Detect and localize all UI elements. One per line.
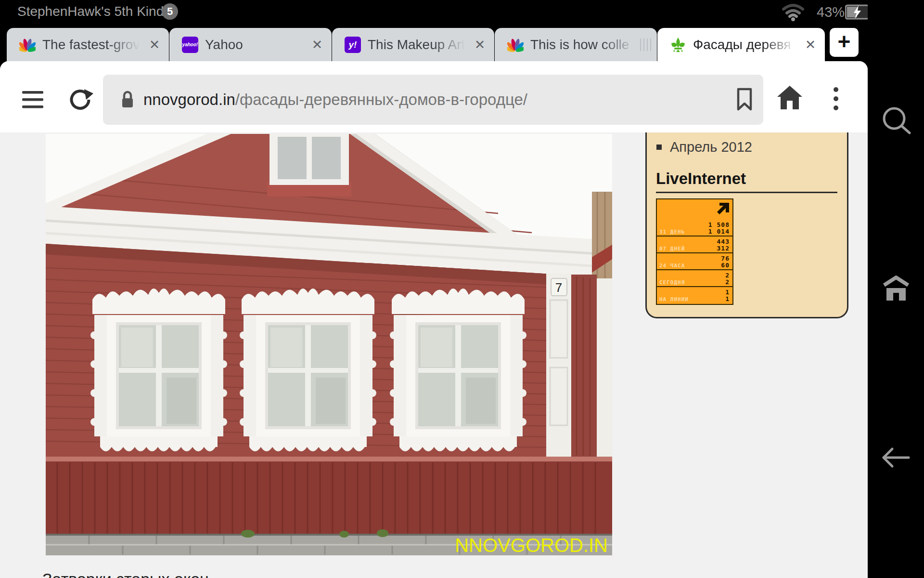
counter-label: 31 ДЕНЬ: [659, 229, 685, 235]
tab-fasady-derevyannyh-active[interactable]: Фасады деревя ✕: [657, 28, 825, 61]
close-tab-icon[interactable]: ✕: [469, 37, 490, 53]
counter-value: 1 508: [708, 221, 730, 228]
counter-value: 1 014: [708, 228, 730, 235]
arrow-up-right-icon: [716, 202, 730, 216]
tab-title: Yahoo: [205, 37, 307, 53]
liveinternet-counter-widget[interactable]: 1 508 31 ДЕНЬ 1 014 443 07 ДНЕЙ 312: [656, 198, 733, 305]
counter-value: 2: [725, 278, 730, 286]
tab-title: This Makeup Arti: [368, 37, 469, 53]
tab-divider-lines: [640, 39, 651, 51]
close-tab-icon[interactable]: ✕: [800, 37, 821, 53]
liveinternet-heading: LiveInternet: [656, 170, 847, 188]
close-tab-icon[interactable]: ✕: [307, 37, 328, 53]
page-heading-partial: Затворки старых окон: [42, 570, 209, 578]
close-tab-icon[interactable]: ✕: [144, 37, 165, 53]
notification-badge: 5: [162, 3, 178, 20]
counter-block-month: 1 508 31 ДЕНЬ 1 014: [657, 199, 732, 236]
archive-link[interactable]: Апрель 2012: [670, 139, 752, 155]
device-name: StephenHawk's 5th Kindle: [17, 4, 174, 19]
yahoo-news-favicon: y!: [345, 37, 361, 53]
search-button[interactable]: [868, 105, 924, 138]
tab-strip: The fastest-grov ✕ yahoo! Yahoo ✕ y! Thi…: [0, 23, 924, 61]
page-content: 7: [0, 132, 868, 578]
menu-hamburger-icon[interactable]: [21, 88, 44, 111]
nbc-peacock-icon: [19, 37, 36, 53]
side-rail: [868, 0, 924, 578]
wifi-icon: [782, 2, 805, 22]
counter-value: 1: [725, 295, 730, 302]
counter-value: 76: [721, 255, 730, 262]
counter-row-week: 443 07 ДНЕЙ 312: [657, 236, 732, 252]
browser-window: nnovgorod.in/фасады-деревянных-домов-в-г…: [0, 61, 868, 578]
home-icon: [882, 275, 910, 302]
tab-this-is-how[interactable]: This is how colle: [495, 28, 657, 61]
heading-rule: [656, 192, 837, 193]
yahoo-favicon: yahoo!: [182, 37, 198, 53]
tab-title: The fastest-grov: [42, 37, 144, 53]
url-bar[interactable]: nnovgorod.in/фасады-деревянных-домов-в-г…: [103, 75, 763, 125]
photo-watermark: NNOVGOROD.IN: [455, 535, 608, 555]
url-path: /фасады-деревянных-домов-в-городце/: [235, 91, 527, 108]
tab-the-fastest-growing[interactable]: The fastest-grov ✕: [7, 28, 169, 61]
counter-value: 60: [721, 262, 730, 269]
site-sidebar-panel: Апрель 2012 LiveInternet 1 508 31 ДЕНЬ 1…: [645, 132, 848, 318]
browser-toolbar: nnovgorod.in/фасады-деревянных-домов-в-г…: [0, 61, 868, 132]
tablet-screen: StephenHawk's 5th Kindle 5 43% 18:15: [0, 0, 924, 578]
home-icon[interactable]: [776, 84, 804, 111]
bullet-icon: [656, 144, 662, 150]
counter-value: 1: [725, 289, 730, 296]
new-tab-button[interactable]: +: [830, 28, 859, 57]
house-photo[interactable]: 7: [46, 134, 612, 555]
nbc-peacock-icon: [507, 37, 524, 53]
tab-this-makeup-artist[interactable]: y! This Makeup Arti ✕: [332, 28, 494, 61]
url-text: nnovgorod.in/фасады-деревянных-домов-в-г…: [143, 75, 527, 125]
search-icon: [881, 105, 911, 138]
counter-value: 312: [717, 245, 730, 252]
counter-value: 2: [725, 272, 730, 279]
url-domain: nnovgorod.in: [143, 91, 235, 108]
counter-label: 07 ДНЕЙ: [659, 246, 685, 252]
rail-home-button[interactable]: [868, 275, 924, 302]
overflow-menu-icon[interactable]: [829, 86, 843, 111]
lock-icon: [120, 90, 135, 109]
counter-row-online: 1 НА ЛИНИИ 1: [657, 286, 732, 303]
tab-title: Фасады деревя: [693, 37, 800, 53]
tab-title: This is how colle: [530, 37, 640, 53]
back-arrow-icon: [881, 444, 911, 471]
counter-row-day: 76 24 ЧАСА 60: [657, 252, 732, 269]
status-bar: StephenHawk's 5th Kindle 5 43% 18:15: [0, 0, 924, 23]
counter-label: СЕГОДНЯ: [659, 279, 685, 286]
bookmark-icon[interactable]: [734, 87, 755, 112]
counter-row-today: 2 СЕГОДНЯ 2: [657, 269, 732, 286]
fleur-de-lis-icon: [670, 37, 686, 53]
back-button[interactable]: [868, 444, 924, 471]
reload-icon[interactable]: [67, 87, 93, 113]
archive-list-item[interactable]: Апрель 2012: [656, 139, 847, 155]
counter-label: 24 ЧАСА: [659, 263, 685, 269]
tab-yahoo[interactable]: yahoo! Yahoo ✕: [169, 28, 332, 61]
house-number: 7: [555, 280, 562, 295]
counter-value: 443: [717, 238, 730, 245]
counter-label: НА ЛИНИИ: [659, 296, 689, 302]
